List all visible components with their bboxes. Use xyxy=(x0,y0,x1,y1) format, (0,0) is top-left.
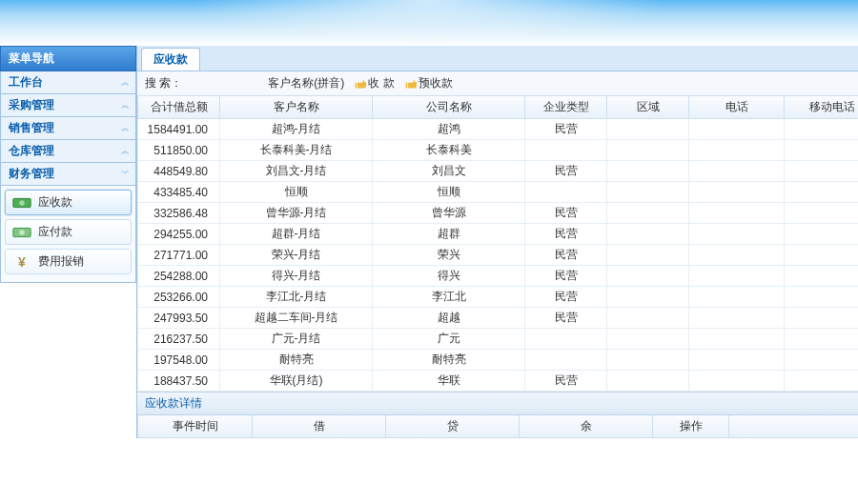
cell-company: 得兴 xyxy=(373,266,525,287)
cell-total: 197548.00 xyxy=(138,350,220,371)
col-customer[interactable]: 客户名称 xyxy=(220,96,373,119)
table-row[interactable]: 294255.00超群-月结超群民营500000 xyxy=(138,224,859,245)
table-row[interactable]: 433485.40恒顺恒顺1000000 xyxy=(138,182,859,203)
sub-item-receivable[interactable]: 应收款 xyxy=(5,190,132,215)
table-row[interactable]: 448549.80刘昌文-月结刘昌文民营500000 xyxy=(138,161,859,182)
cell-phone xyxy=(689,266,785,287)
cell-phone xyxy=(689,287,785,308)
cell-total: 253266.00 xyxy=(138,287,220,308)
cell-type: 民营 xyxy=(525,266,607,287)
cell-company: 耐特亮 xyxy=(373,350,525,371)
cell-total: 271771.00 xyxy=(138,245,220,266)
cell-total: 294255.00 xyxy=(138,224,220,245)
cell-phone xyxy=(689,350,785,371)
cell-type xyxy=(525,350,607,371)
cell-type: 民营 xyxy=(525,287,607,308)
table-row[interactable]: 254288.00得兴-月结得兴民营5000000 xyxy=(138,266,859,287)
grid-header: 合计借总额 客户名称 公司名称 企业类型 区域 电话 移动电话 信用额度 xyxy=(138,96,859,119)
sub-item-label: 费用报销 xyxy=(38,253,84,270)
table-row[interactable]: 247993.50超越二车间-月结超越民营500000 xyxy=(138,308,859,329)
finance-sub-panel: 应收款 应付款 ¥ 费用报销 xyxy=(0,186,136,283)
dcol-balance[interactable]: 余 xyxy=(520,415,653,438)
nav-group-label: 销售管理 xyxy=(9,120,54,136)
table-row[interactable]: 271771.00荣兴-月结荣兴民营500000 xyxy=(138,245,859,266)
dcol-action[interactable]: 操作 xyxy=(653,415,729,438)
cell-phone xyxy=(689,119,785,140)
cell-mobile xyxy=(785,182,859,203)
chevron-collapse-icon: ︽ xyxy=(121,78,128,87)
cell-total: 188437.50 xyxy=(138,371,220,392)
cell-customer: 超越二车间-月结 xyxy=(220,308,373,329)
cell-customer: 长泰科美-月结 xyxy=(220,140,373,161)
dcol-time[interactable]: 事件时间 xyxy=(138,415,253,438)
search-bar: 搜 索： 客户名称(拼音) 收 款 预收款 xyxy=(137,71,858,96)
svg-point-1 xyxy=(19,200,25,206)
cell-type xyxy=(525,182,607,203)
cell-type: 民营 xyxy=(525,203,607,224)
cell-total: 332586.48 xyxy=(138,203,220,224)
sub-item-label: 应收款 xyxy=(38,194,72,211)
nav-group-sales[interactable]: 销售管理 ︽ xyxy=(0,117,136,140)
table-row[interactable]: 216237.50广元-月结广元500000 xyxy=(138,329,859,350)
cell-type: 民营 xyxy=(525,371,607,392)
cell-mobile xyxy=(785,245,859,266)
chevron-collapse-icon: ︽ xyxy=(121,124,128,132)
col-mobile[interactable]: 移动电话 xyxy=(785,96,859,119)
cell-area xyxy=(607,245,689,266)
table-row[interactable]: 197548.00耐特亮耐特亮500000 xyxy=(138,350,859,371)
sub-item-expense[interactable]: ¥ 费用报销 xyxy=(5,249,132,274)
cell-mobile xyxy=(785,266,859,287)
cell-customer: 超鸿-月结 xyxy=(220,119,373,140)
cell-company: 华联 xyxy=(373,371,525,392)
table-row[interactable]: 253266.00李江北-月结李江北民营500000 xyxy=(138,287,859,308)
cell-phone xyxy=(689,245,785,266)
svg-point-3 xyxy=(19,230,25,235)
cell-area xyxy=(607,350,689,371)
dcol-debit[interactable]: 借 xyxy=(253,415,386,438)
cell-total: 1584491.00 xyxy=(138,119,220,140)
cell-phone xyxy=(689,140,785,161)
prepay-button[interactable]: 预收款 xyxy=(404,75,453,91)
nav-group-warehouse[interactable]: 仓库管理 ︽ xyxy=(0,140,136,163)
cell-area xyxy=(607,161,689,182)
cell-type xyxy=(525,140,607,161)
cell-customer: 超群-月结 xyxy=(220,224,373,245)
sub-item-payable[interactable]: 应付款 xyxy=(5,219,132,245)
cell-type xyxy=(525,329,607,350)
content-area: 应收款 搜 索： 客户名称(拼音) 收 款 预收款 xyxy=(136,46,858,438)
receive-payment-button[interactable]: 收 款 xyxy=(354,75,394,91)
cell-company: 刘昌文 xyxy=(373,161,525,182)
svg-text:¥: ¥ xyxy=(18,254,26,270)
detail-panel-title: 应收款详情 xyxy=(137,392,858,415)
col-ent-type[interactable]: 企业类型 xyxy=(525,96,607,119)
table-row[interactable]: 188437.50华联(月结)华联民营500000 xyxy=(138,371,859,392)
cell-company: 广元 xyxy=(373,329,525,350)
expense-icon: ¥ xyxy=(11,254,32,270)
table-row[interactable]: 1584491.00超鸿-月结超鸿民营2000000 xyxy=(138,119,859,140)
col-area[interactable]: 区域 xyxy=(607,96,689,119)
tab-receivable[interactable]: 应收款 xyxy=(141,48,200,71)
cell-total: 433485.40 xyxy=(138,182,220,203)
col-total-amount[interactable]: 合计借总额 xyxy=(138,96,220,119)
receivable-icon xyxy=(11,195,32,211)
nav-group-label: 采购管理 xyxy=(9,97,54,113)
receivable-grid: 合计借总额 客户名称 公司名称 企业类型 区域 电话 移动电话 信用额度 158… xyxy=(137,96,858,392)
sub-item-label: 应付款 xyxy=(38,224,72,240)
cell-area xyxy=(607,224,689,245)
table-row[interactable]: 332586.48曾华源-月结曾华源民营500000 xyxy=(138,203,859,224)
detail-grid: 事件时间 借 贷 余 操作 xyxy=(137,415,858,438)
col-phone[interactable]: 电话 xyxy=(689,96,785,119)
table-row[interactable]: 511850.00长泰科美-月结长泰科美500000 xyxy=(138,140,859,161)
nav-group-finance[interactable]: 财务管理 ︾ xyxy=(0,163,136,186)
search-field-label: 客户名称(拼音) xyxy=(268,75,344,91)
prepay-label: 预收款 xyxy=(419,75,453,91)
col-company[interactable]: 公司名称 xyxy=(373,96,525,119)
nav-group-purchase[interactable]: 采购管理 ︽ xyxy=(0,94,136,117)
cell-area xyxy=(607,287,689,308)
dcol-credit[interactable]: 贷 xyxy=(386,415,520,438)
cell-area xyxy=(607,308,689,329)
main-grid-wrap: 合计借总额 客户名称 公司名称 企业类型 区域 电话 移动电话 信用额度 158… xyxy=(137,96,858,392)
nav-group-workbench[interactable]: 工作台 ︽ xyxy=(0,71,136,94)
cell-company: 超群 xyxy=(373,224,525,245)
cell-company: 长泰科美 xyxy=(373,140,525,161)
